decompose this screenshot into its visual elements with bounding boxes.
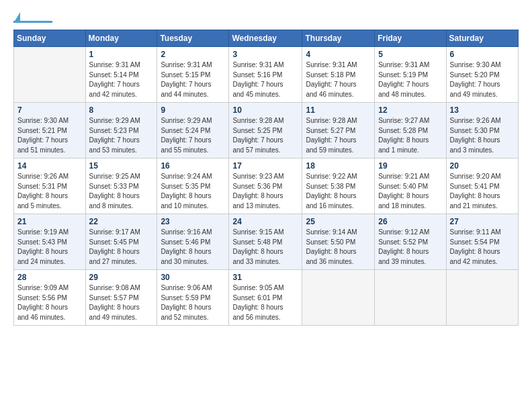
day-info: Sunrise: 9:20 AMSunset: 5:41 PMDaylight:… [450, 172, 515, 211]
calendar-cell: 14Sunrise: 9:26 AMSunset: 5:31 PMDayligh… [14, 158, 86, 214]
calendar-cell: 12Sunrise: 9:27 AMSunset: 5:28 PMDayligh… [375, 103, 446, 158]
calendar-cell: 5Sunrise: 9:31 AMSunset: 5:19 PMDaylight… [375, 47, 446, 103]
calendar-week-row: 21Sunrise: 9:19 AMSunset: 5:43 PMDayligh… [14, 214, 519, 270]
day-info: Sunrise: 9:06 AMSunset: 5:59 PMDaylight:… [161, 283, 225, 322]
day-number: 1 [89, 50, 154, 59]
calendar-header-sunday: Sunday [14, 30, 86, 47]
calendar-cell: 26Sunrise: 9:12 AMSunset: 5:52 PMDayligh… [375, 214, 446, 270]
calendar-week-row: 7Sunrise: 9:30 AMSunset: 5:21 PMDaylight… [14, 103, 519, 158]
calendar-cell: 13Sunrise: 9:26 AMSunset: 5:30 PMDayligh… [446, 103, 518, 158]
calendar-cell: 27Sunrise: 9:11 AMSunset: 5:54 PMDayligh… [446, 214, 518, 270]
day-number: 7 [17, 105, 82, 115]
day-number: 8 [89, 105, 154, 115]
calendar-cell: 4Sunrise: 9:31 AMSunset: 5:18 PMDaylight… [302, 47, 375, 103]
day-number: 6 [450, 50, 515, 59]
calendar-header-wednesday: Wednesday [229, 30, 302, 47]
day-info: Sunrise: 9:27 AMSunset: 5:28 PMDaylight:… [378, 116, 442, 155]
day-info: Sunrise: 9:22 AMSunset: 5:38 PMDaylight:… [306, 172, 371, 211]
day-number: 27 [450, 217, 515, 226]
calendar-week-row: 28Sunrise: 9:09 AMSunset: 5:56 PMDayligh… [14, 270, 519, 326]
day-info: Sunrise: 9:30 AMSunset: 5:21 PMDaylight:… [17, 116, 82, 155]
day-info: Sunrise: 9:24 AMSunset: 5:35 PMDaylight:… [161, 172, 225, 211]
day-info: Sunrise: 9:15 AMSunset: 5:48 PMDaylight:… [232, 228, 298, 267]
day-number: 2 [161, 50, 225, 59]
calendar-cell: 29Sunrise: 9:08 AMSunset: 5:57 PMDayligh… [85, 270, 157, 326]
calendar-header-row: SundayMondayTuesdayWednesdayThursdayFrid… [14, 30, 519, 47]
day-info: Sunrise: 9:21 AMSunset: 5:40 PMDaylight:… [378, 172, 442, 211]
calendar-cell: 3Sunrise: 9:31 AMSunset: 5:16 PMDaylight… [229, 47, 302, 103]
calendar-week-row: 14Sunrise: 9:26 AMSunset: 5:31 PMDayligh… [14, 158, 519, 214]
calendar-header-thursday: Thursday [302, 30, 375, 47]
day-number: 28 [17, 273, 82, 282]
header [13, 12, 519, 23]
day-number: 31 [232, 273, 298, 282]
day-number: 10 [232, 105, 298, 115]
day-info: Sunrise: 9:29 AMSunset: 5:23 PMDaylight:… [89, 116, 154, 155]
calendar-cell: 10Sunrise: 9:28 AMSunset: 5:25 PMDayligh… [229, 103, 302, 158]
day-number: 5 [378, 50, 442, 59]
calendar-week-row: 1Sunrise: 9:31 AMSunset: 5:14 PMDaylight… [14, 47, 519, 103]
day-number: 9 [161, 105, 225, 115]
day-info: Sunrise: 9:31 AMSunset: 5:19 PMDaylight:… [378, 60, 442, 99]
day-info: Sunrise: 9:17 AMSunset: 5:45 PMDaylight:… [89, 228, 154, 267]
day-info: Sunrise: 9:30 AMSunset: 5:20 PMDaylight:… [450, 60, 515, 99]
calendar-cell [14, 47, 86, 103]
calendar-cell: 24Sunrise: 9:15 AMSunset: 5:48 PMDayligh… [229, 214, 302, 270]
logo-underline [13, 21, 52, 23]
day-info: Sunrise: 9:31 AMSunset: 5:15 PMDaylight:… [161, 60, 225, 99]
day-info: Sunrise: 9:25 AMSunset: 5:33 PMDaylight:… [89, 172, 154, 211]
day-info: Sunrise: 9:28 AMSunset: 5:25 PMDaylight:… [232, 116, 298, 155]
day-info: Sunrise: 9:05 AMSunset: 6:01 PMDaylight:… [232, 283, 298, 322]
logo [13, 12, 52, 23]
day-info: Sunrise: 9:14 AMSunset: 5:50 PMDaylight:… [306, 228, 371, 267]
calendar-cell: 25Sunrise: 9:14 AMSunset: 5:50 PMDayligh… [302, 214, 375, 270]
day-info: Sunrise: 9:31 AMSunset: 5:14 PMDaylight:… [89, 60, 154, 99]
day-number: 18 [306, 161, 371, 171]
day-number: 4 [306, 50, 371, 59]
day-number: 30 [161, 273, 225, 282]
day-info: Sunrise: 9:09 AMSunset: 5:56 PMDaylight:… [17, 283, 82, 322]
calendar-cell: 7Sunrise: 9:30 AMSunset: 5:21 PMDaylight… [14, 103, 86, 158]
calendar-cell: 21Sunrise: 9:19 AMSunset: 5:43 PMDayligh… [14, 214, 86, 270]
day-number: 11 [306, 105, 371, 115]
calendar-header-friday: Friday [375, 30, 446, 47]
day-info: Sunrise: 9:29 AMSunset: 5:24 PMDaylight:… [161, 116, 225, 155]
calendar-cell: 28Sunrise: 9:09 AMSunset: 5:56 PMDayligh… [14, 270, 86, 326]
calendar-header-monday: Monday [85, 30, 157, 47]
calendar-cell: 23Sunrise: 9:16 AMSunset: 5:46 PMDayligh… [157, 214, 229, 270]
calendar-cell: 20Sunrise: 9:20 AMSunset: 5:41 PMDayligh… [446, 158, 518, 214]
page: SundayMondayTuesdayWednesdayThursdayFrid… [0, 0, 532, 332]
day-number: 25 [306, 217, 371, 226]
day-info: Sunrise: 9:11 AMSunset: 5:54 PMDaylight:… [450, 228, 515, 267]
calendar-cell: 30Sunrise: 9:06 AMSunset: 5:59 PMDayligh… [157, 270, 229, 326]
calendar-cell: 6Sunrise: 9:30 AMSunset: 5:20 PMDaylight… [446, 47, 518, 103]
day-info: Sunrise: 9:26 AMSunset: 5:31 PMDaylight:… [17, 172, 82, 211]
day-number: 3 [232, 50, 298, 59]
day-number: 21 [17, 217, 82, 226]
calendar-cell: 2Sunrise: 9:31 AMSunset: 5:15 PMDaylight… [157, 47, 229, 103]
calendar-cell [302, 270, 375, 326]
day-info: Sunrise: 9:31 AMSunset: 5:16 PMDaylight:… [232, 60, 298, 99]
day-number: 19 [378, 161, 442, 171]
calendar-cell: 11Sunrise: 9:28 AMSunset: 5:27 PMDayligh… [302, 103, 375, 158]
day-number: 24 [232, 217, 298, 226]
calendar-cell: 18Sunrise: 9:22 AMSunset: 5:38 PMDayligh… [302, 158, 375, 214]
calendar-header-saturday: Saturday [446, 30, 518, 47]
day-info: Sunrise: 9:08 AMSunset: 5:57 PMDaylight:… [89, 283, 154, 322]
calendar-cell: 17Sunrise: 9:23 AMSunset: 5:36 PMDayligh… [229, 158, 302, 214]
calendar-cell: 16Sunrise: 9:24 AMSunset: 5:35 PMDayligh… [157, 158, 229, 214]
day-info: Sunrise: 9:16 AMSunset: 5:46 PMDaylight:… [161, 228, 225, 267]
calendar-cell: 9Sunrise: 9:29 AMSunset: 5:24 PMDaylight… [157, 103, 229, 158]
calendar-cell: 22Sunrise: 9:17 AMSunset: 5:45 PMDayligh… [85, 214, 157, 270]
calendar-cell: 31Sunrise: 9:05 AMSunset: 6:01 PMDayligh… [229, 270, 302, 326]
day-number: 20 [450, 161, 515, 171]
calendar-cell: 15Sunrise: 9:25 AMSunset: 5:33 PMDayligh… [85, 158, 157, 214]
day-number: 13 [450, 105, 515, 115]
day-number: 23 [161, 217, 225, 226]
calendar-table: SundayMondayTuesdayWednesdayThursdayFrid… [13, 30, 519, 326]
day-info: Sunrise: 9:23 AMSunset: 5:36 PMDaylight:… [232, 172, 298, 211]
day-number: 14 [17, 161, 82, 171]
calendar-cell: 8Sunrise: 9:29 AMSunset: 5:23 PMDaylight… [85, 103, 157, 158]
day-number: 17 [232, 161, 298, 171]
day-number: 15 [89, 161, 154, 171]
